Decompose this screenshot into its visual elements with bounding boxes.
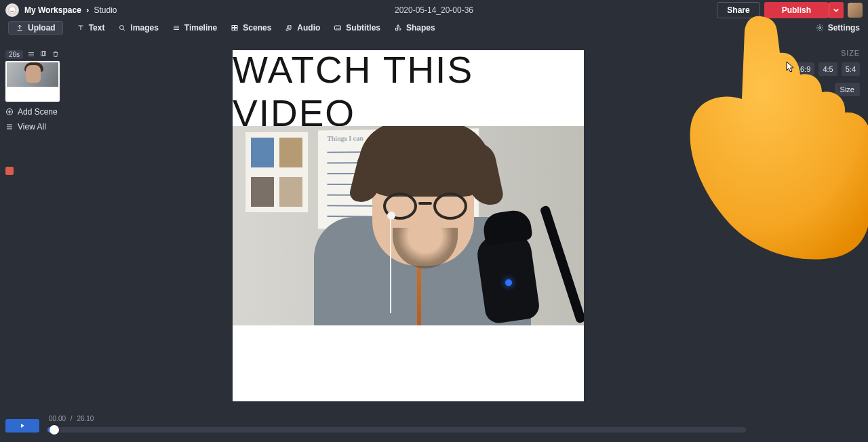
images-tool[interactable]: Images [118, 23, 158, 33]
breadcrumb-section[interactable]: Studio [94, 5, 117, 15]
share-button[interactable]: Share [717, 2, 760, 18]
subtitles-icon [334, 24, 342, 32]
scene-earbud-wire [390, 218, 391, 313]
plus-circle-icon [5, 108, 14, 116]
layer-label: 20 [768, 224, 776, 234]
images-icon [118, 24, 126, 32]
time-total: 26.10 [77, 415, 94, 422]
app-logo[interactable] [5, 3, 19, 17]
toolbar-label: Shapes [406, 23, 435, 33]
canvas[interactable]: WATCH THIS VIDEO Things I can [233, 50, 584, 401]
delete-icon[interactable] [52, 50, 60, 58]
time-current: 00.00 [49, 415, 66, 422]
upload-icon [16, 24, 24, 32]
toolbar-label: Audio [297, 23, 320, 33]
scene-person-hair [359, 126, 492, 197]
toolbar-label: Settings [828, 23, 860, 33]
scenes-panel: 26s Add Scene View All [5, 49, 66, 132]
record-indicator[interactable] [5, 167, 14, 175]
play-icon [19, 422, 26, 429]
top-bar: My Workspace › Studio 2020-05-14_20-00-3… [0, 0, 868, 20]
scene-poster [245, 132, 309, 213]
layer-row-video[interactable]: 20 [751, 221, 860, 237]
toolbar: Upload Text Images Timeline Scenes Audio… [0, 20, 868, 36]
breadcrumb-separator: › [86, 5, 89, 15]
aspect-ratio-option[interactable]: 4:5 [818, 62, 837, 76]
layer-visibility-toggle[interactable] [853, 209, 860, 216]
aspect-ratio-row: 16 16:9 4:5 5:4 [751, 62, 860, 76]
timeline-knob[interactable] [50, 425, 59, 435]
svg-point-1 [120, 26, 124, 30]
properties-panel: SIZE 16 16:9 4:5 5:4 Size LAYERS A 20 [751, 49, 860, 237]
app-logo-icon [7, 5, 17, 15]
project-title[interactable]: 2020-05-14_20-00-36 [395, 5, 473, 15]
scenes-tool[interactable]: Scenes [231, 23, 271, 33]
user-avatar[interactable] [848, 3, 863, 18]
whiteboard-title: Things I can [327, 134, 363, 142]
layers-section-label: LAYERS [751, 191, 860, 199]
canvas-video-frame[interactable]: Things I can [233, 126, 584, 325]
size-section-label: SIZE [751, 49, 860, 57]
svg-rect-4 [232, 28, 235, 31]
toolbar-label: Scenes [243, 23, 271, 33]
duplicate-icon[interactable] [39, 50, 47, 58]
svg-rect-3 [235, 26, 238, 28]
canvas-headline[interactable]: WATCH THIS VIDEO [233, 58, 584, 125]
scene-earbud [387, 212, 395, 220]
settings-button[interactable]: Settings [816, 23, 860, 33]
top-right: Share Publish [717, 0, 863, 20]
svg-rect-2 [232, 26, 235, 28]
mouse-cursor-icon [786, 61, 794, 73]
list-icon [5, 123, 14, 131]
scene-person-glasses [383, 193, 467, 220]
publish-options-button[interactable] [829, 2, 844, 18]
aspect-ratio-option[interactable]: 5:4 [842, 62, 860, 76]
shapes-tool[interactable]: Shapes [394, 23, 435, 33]
timeline-icon [172, 24, 180, 32]
scene-duration-chip[interactable]: 26s [5, 50, 23, 59]
timeline-track[interactable] [47, 427, 746, 433]
svg-rect-7 [396, 28, 398, 31]
breadcrumb-workspace[interactable]: My Workspace [24, 5, 81, 15]
toolbar-label: Images [130, 23, 158, 33]
view-all-label: View All [18, 122, 46, 132]
toolbar-label: Timeline [184, 23, 217, 33]
shapes-icon [394, 24, 402, 32]
audio-tool[interactable]: Audio [285, 23, 320, 33]
svg-point-8 [399, 28, 401, 31]
text-layer-icon: A [751, 207, 762, 218]
svg-point-9 [818, 27, 821, 29]
time-separator: / [71, 415, 73, 422]
scene-thumbnail[interactable] [5, 61, 60, 102]
svg-rect-5 [235, 28, 238, 31]
add-scene-label: Add Scene [18, 107, 58, 117]
layer-visibility-toggle[interactable] [853, 226, 860, 233]
aspect-ratio-option[interactable]: 16:9 [792, 62, 814, 76]
play-button[interactable] [5, 419, 39, 433]
gear-icon [816, 24, 824, 32]
svg-point-0 [9, 6, 16, 14]
view-all-button[interactable]: View All [5, 122, 66, 132]
layer-row-text[interactable]: A [751, 205, 860, 221]
add-scene-button[interactable]: Add Scene [5, 107, 66, 117]
toolbar-label: Upload [28, 23, 56, 33]
svg-rect-6 [335, 26, 341, 30]
size-button[interactable]: Size [835, 83, 860, 96]
breadcrumb[interactable]: My Workspace › Studio [24, 5, 117, 15]
chevron-down-icon [833, 7, 840, 14]
toolbar-label: Text [89, 23, 105, 33]
timeline-tool[interactable]: Timeline [172, 23, 217, 33]
reorder-icon[interactable] [27, 50, 35, 58]
scene-thumb-header: 26s [5, 49, 66, 60]
audio-icon [285, 24, 293, 32]
upload-button[interactable]: Upload [8, 21, 63, 35]
text-icon [77, 24, 85, 32]
video-layer-icon [751, 224, 762, 235]
scenes-icon [231, 24, 239, 32]
toolbar-label: Subtitles [346, 23, 380, 33]
transport-bar: 00.00 / 26.10 [5, 414, 746, 438]
publish-button[interactable]: Publish [764, 2, 829, 18]
time-readout: 00.00 / 26.10 [49, 415, 94, 422]
text-tool[interactable]: Text [77, 23, 105, 33]
subtitles-tool[interactable]: Subtitles [334, 23, 380, 33]
